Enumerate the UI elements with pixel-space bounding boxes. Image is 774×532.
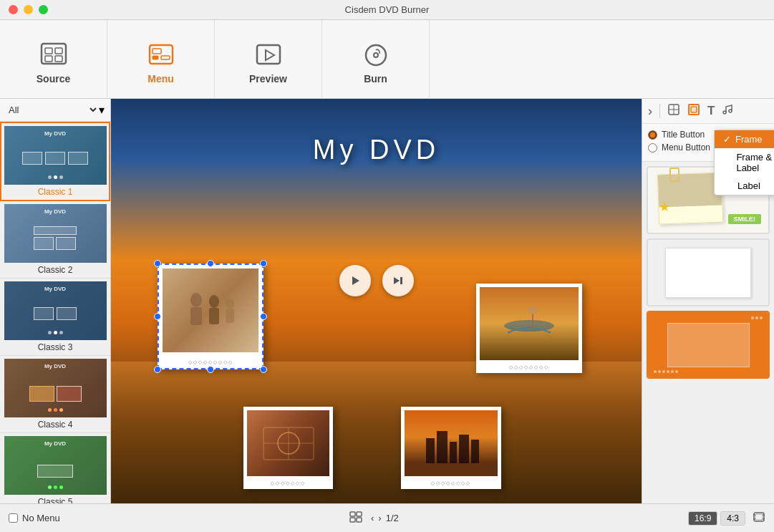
- water-element: [111, 362, 642, 503]
- classic5-thumb-title: My DVD: [4, 440, 107, 447]
- frame-style-thumbnails: SMILE! ★: [642, 162, 774, 503]
- radio-section: Title Button Menu Button ✓ Frame Frame &…: [642, 124, 774, 162]
- menu-button-radio[interactable]: [648, 143, 657, 153]
- svg-rect-29: [450, 442, 457, 463]
- sidebar-item-classic3[interactable]: My DVD Classic 3: [0, 279, 110, 356]
- aspect-16-9-button[interactable]: 16:9: [688, 511, 717, 526]
- sidebar-item-classic5[interactable]: My DVD Classic 5: [0, 433, 110, 503]
- sidebar-item-classic1[interactable]: My DVD Classic 1: [0, 122, 110, 201]
- svg-rect-1: [45, 48, 52, 54]
- toolbar-item-source[interactable]: Source: [0, 20, 107, 99]
- next-page-icon[interactable]: ›: [378, 513, 381, 523]
- dropdown-item-frame-label[interactable]: Frame & Label: [715, 148, 774, 177]
- svg-rect-17: [190, 307, 202, 325]
- classic4-label: Classic 4: [38, 420, 73, 430]
- left-sidebar: All Classic Modern Elegant ▾ My DVD: [0, 99, 111, 503]
- dropdown-item-frame[interactable]: ✓ Frame: [715, 130, 774, 148]
- frame-card-2[interactable]: ◇◇◇◇◇◇◇◇: [476, 284, 582, 373]
- maximize-button[interactable]: [39, 5, 48, 14]
- handle-bl[interactable]: [154, 366, 161, 373]
- svg-rect-28: [437, 431, 448, 463]
- toolbar-item-menu[interactable]: Menu: [107, 20, 215, 99]
- svg-point-37: [723, 111, 726, 114]
- expand-icon[interactable]: ›: [648, 104, 652, 119]
- svg-rect-36: [691, 107, 697, 112]
- preview-canvas-area[interactable]: My DVD: [111, 99, 642, 503]
- classic2-thumb-title: My DVD: [4, 208, 107, 215]
- classic4-thumb-title: My DVD: [4, 363, 107, 369]
- window-controls: [9, 5, 48, 14]
- svg-rect-27: [426, 438, 435, 463]
- handle-ml[interactable]: [154, 313, 161, 320]
- minimize-button[interactable]: [24, 5, 33, 14]
- close-button[interactable]: [9, 5, 18, 14]
- frame-card-1[interactable]: ◇◇◇◇◇◇◇◇◇: [158, 263, 263, 369]
- prev-page-icon[interactable]: ‹: [371, 513, 374, 523]
- main-area: All Classic Modern Elegant ▾ My DVD: [0, 99, 774, 503]
- no-menu-checkbox[interactable]: [9, 513, 18, 523]
- chevron-down-icon: ▾: [99, 103, 105, 117]
- dropdown-item-label[interactable]: Label: [715, 177, 774, 195]
- aspect-4-3-button[interactable]: 4:3: [720, 511, 745, 526]
- filter-select[interactable]: All Classic Modern Elegant: [6, 104, 99, 116]
- svg-point-16: [190, 293, 202, 307]
- svg-rect-40: [357, 512, 362, 516]
- handle-tl[interactable]: [154, 260, 161, 267]
- sidebar-item-classic4[interactable]: My DVD Classic 4: [0, 356, 110, 433]
- status-bar: No Menu ‹ › 1/2 16:9 4:3: [0, 503, 774, 532]
- aspect-ratio-buttons: 16:9 4:3: [688, 511, 745, 526]
- svg-marker-14: [394, 277, 400, 284]
- title-button-label: Title Button: [662, 130, 705, 140]
- burn-label: Burn: [364, 73, 387, 84]
- right-panel: › T: [642, 99, 774, 503]
- classic2-thumbnail: My DVD: [4, 204, 107, 263]
- no-menu-label: No Menu: [22, 513, 60, 523]
- handle-tr[interactable]: [260, 260, 267, 267]
- status-center: ‹ › 1/2: [69, 511, 679, 526]
- sidebar-item-classic2[interactable]: My DVD Classic 2: [0, 201, 110, 279]
- title-button-radio[interactable]: [648, 130, 657, 140]
- main-toolbar: Source Menu Preview Burn: [0, 20, 774, 99]
- right-toolbar: › T: [642, 99, 774, 124]
- classic1-thumb-title: My DVD: [4, 130, 107, 137]
- svg-point-11: [366, 45, 386, 65]
- handle-tc[interactable]: [207, 260, 214, 267]
- handle-mr[interactable]: [260, 313, 267, 320]
- frame-thumb-plain[interactable]: [647, 238, 770, 306]
- frame-card-3[interactable]: ◇◇◇◇◇◇◇: [243, 407, 333, 489]
- svg-marker-10: [266, 50, 274, 60]
- classic5-thumbnail: My DVD: [4, 436, 107, 495]
- music-icon[interactable]: [722, 104, 733, 118]
- source-label: Source: [37, 73, 70, 84]
- svg-rect-41: [350, 518, 355, 522]
- skip-button[interactable]: [382, 265, 414, 296]
- classic5-label: Classic 5: [38, 497, 73, 503]
- svg-rect-6: [153, 49, 161, 54]
- frame-card-4[interactable]: ◇◇◇◇◇◇◇◇: [401, 407, 501, 489]
- frame-thumb-orange[interactable]: [647, 311, 770, 379]
- toolbar-item-burn[interactable]: Burn: [322, 20, 430, 99]
- frame-tool-icon[interactable]: [687, 103, 700, 119]
- no-menu-section[interactable]: No Menu: [9, 513, 60, 523]
- svg-marker-13: [352, 276, 359, 285]
- handle-bc[interactable]: [207, 366, 214, 373]
- svg-rect-44: [755, 514, 763, 520]
- classic1-thumbnail: My DVD: [4, 126, 107, 185]
- menu-button-label: Menu Button: [662, 142, 710, 153]
- page-navigation: ‹ › 1/2: [371, 513, 399, 523]
- classic3-thumbnail: My DVD: [4, 281, 107, 340]
- frame-type-dropdown[interactable]: ✓ Frame Frame & Label Label: [714, 130, 774, 195]
- svg-rect-4: [55, 56, 62, 62]
- preview-label: Preview: [249, 73, 287, 84]
- classic3-label: Classic 3: [38, 342, 73, 352]
- text-icon[interactable]: T: [707, 104, 715, 118]
- fullscreen-icon[interactable]: [753, 511, 765, 526]
- toolbar-item-preview[interactable]: Preview: [215, 20, 322, 99]
- star-icon: ★: [659, 199, 670, 215]
- mask-icon[interactable]: [667, 103, 680, 119]
- svg-point-24: [528, 306, 537, 314]
- handle-br[interactable]: [260, 366, 267, 373]
- sidebar-filter[interactable]: All Classic Modern Elegant ▾: [0, 99, 110, 122]
- play-button[interactable]: [339, 265, 371, 296]
- svg-rect-21: [226, 309, 234, 323]
